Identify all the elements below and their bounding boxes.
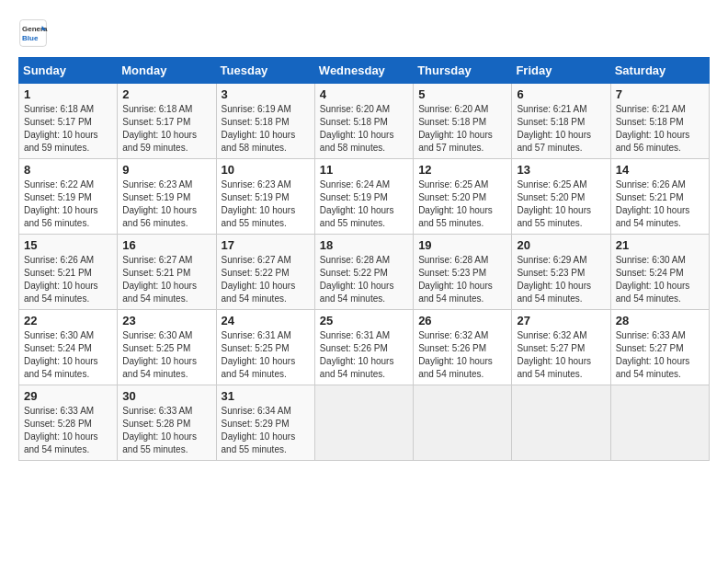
day-number: 12 (418, 163, 506, 177)
day-info: Sunrise: 6:31 AM Sunset: 5:25 PM Dayligh… (222, 329, 310, 381)
day-number: 28 (616, 314, 704, 327)
day-number: 13 (517, 163, 605, 177)
calendar-cell: 23 Sunrise: 6:30 AM Sunset: 5:25 PM Dayl… (118, 310, 216, 385)
day-number: 1 (24, 87, 112, 101)
header: General Blue (18, 18, 710, 48)
day-number: 18 (320, 238, 408, 252)
calendar-week-row: 1 Sunrise: 6:18 AM Sunset: 5:17 PM Dayli… (19, 84, 710, 159)
day-info: Sunrise: 6:25 AM Sunset: 5:20 PM Dayligh… (418, 178, 506, 230)
day-info: Sunrise: 6:21 AM Sunset: 5:18 PM Dayligh… (616, 103, 704, 155)
calendar-cell: 31 Sunrise: 6:34 AM Sunset: 5:29 PM Dayl… (216, 385, 314, 461)
day-number: 5 (418, 87, 506, 101)
day-number: 21 (616, 238, 704, 252)
day-number: 31 (222, 389, 310, 403)
calendar-cell: 8 Sunrise: 6:22 AM Sunset: 5:19 PM Dayli… (19, 159, 118, 235)
calendar-cell: 18 Sunrise: 6:28 AM Sunset: 5:22 PM Dayl… (314, 235, 413, 310)
calendar-cell: 20 Sunrise: 6:29 AM Sunset: 5:23 PM Dayl… (512, 235, 610, 310)
day-number: 19 (418, 238, 506, 252)
weekday-header-thursday: Thursday (414, 58, 512, 84)
weekday-header-tuesday: Tuesday (216, 58, 314, 84)
day-info: Sunrise: 6:19 AM Sunset: 5:18 PM Dayligh… (222, 103, 310, 155)
calendar-week-row: 8 Sunrise: 6:22 AM Sunset: 5:19 PM Dayli… (19, 159, 710, 235)
day-number: 20 (517, 238, 605, 252)
calendar-cell: 14 Sunrise: 6:26 AM Sunset: 5:21 PM Dayl… (610, 159, 709, 235)
day-number: 23 (122, 314, 210, 327)
calendar-week-row: 15 Sunrise: 6:26 AM Sunset: 5:21 PM Dayl… (19, 235, 710, 310)
calendar-cell: 7 Sunrise: 6:21 AM Sunset: 5:18 PM Dayli… (610, 84, 709, 159)
day-info: Sunrise: 6:33 AM Sunset: 5:28 PM Dayligh… (122, 405, 210, 456)
day-info: Sunrise: 6:26 AM Sunset: 5:21 PM Dayligh… (24, 254, 112, 305)
weekday-header-row: SundayMondayTuesdayWednesdayThursdayFrid… (19, 58, 710, 84)
calendar-cell: 12 Sunrise: 6:25 AM Sunset: 5:20 PM Dayl… (414, 159, 512, 235)
calendar-cell (610, 385, 709, 461)
calendar-cell: 17 Sunrise: 6:27 AM Sunset: 5:22 PM Dayl… (216, 235, 314, 310)
calendar-cell: 9 Sunrise: 6:23 AM Sunset: 5:19 PM Dayli… (118, 159, 216, 235)
day-number: 3 (222, 87, 310, 101)
weekday-header-monday: Monday (118, 58, 216, 84)
calendar-cell: 1 Sunrise: 6:18 AM Sunset: 5:17 PM Dayli… (19, 84, 118, 159)
day-info: Sunrise: 6:30 AM Sunset: 5:25 PM Dayligh… (122, 329, 210, 381)
day-info: Sunrise: 6:33 AM Sunset: 5:28 PM Dayligh… (24, 405, 112, 456)
calendar-cell: 19 Sunrise: 6:28 AM Sunset: 5:23 PM Dayl… (414, 235, 512, 310)
calendar-cell: 2 Sunrise: 6:18 AM Sunset: 5:17 PM Dayli… (118, 84, 216, 159)
day-info: Sunrise: 6:29 AM Sunset: 5:23 PM Dayligh… (517, 254, 605, 305)
day-number: 16 (122, 238, 210, 252)
day-info: Sunrise: 6:28 AM Sunset: 5:22 PM Dayligh… (320, 254, 408, 305)
weekday-header-saturday: Saturday (610, 58, 709, 84)
day-info: Sunrise: 6:21 AM Sunset: 5:18 PM Dayligh… (517, 103, 605, 155)
day-number: 14 (616, 163, 704, 177)
day-number: 15 (24, 238, 112, 252)
day-info: Sunrise: 6:23 AM Sunset: 5:19 PM Dayligh… (222, 178, 310, 230)
calendar-table: SundayMondayTuesdayWednesdayThursdayFrid… (18, 57, 710, 461)
day-number: 8 (24, 163, 112, 177)
calendar-cell: 16 Sunrise: 6:27 AM Sunset: 5:21 PM Dayl… (118, 235, 216, 310)
day-info: Sunrise: 6:23 AM Sunset: 5:19 PM Dayligh… (122, 178, 210, 230)
calendar-cell: 13 Sunrise: 6:25 AM Sunset: 5:20 PM Dayl… (512, 159, 610, 235)
calendar-cell: 10 Sunrise: 6:23 AM Sunset: 5:19 PM Dayl… (216, 159, 314, 235)
day-number: 17 (222, 238, 310, 252)
day-number: 4 (320, 87, 408, 101)
day-info: Sunrise: 6:24 AM Sunset: 5:19 PM Dayligh… (320, 178, 408, 230)
day-info: Sunrise: 6:20 AM Sunset: 5:18 PM Dayligh… (320, 103, 408, 155)
day-number: 10 (222, 163, 310, 177)
day-info: Sunrise: 6:27 AM Sunset: 5:21 PM Dayligh… (122, 254, 210, 305)
calendar-cell: 30 Sunrise: 6:33 AM Sunset: 5:28 PM Dayl… (118, 385, 216, 461)
day-info: Sunrise: 6:34 AM Sunset: 5:29 PM Dayligh… (222, 405, 310, 456)
calendar-cell: 26 Sunrise: 6:32 AM Sunset: 5:26 PM Dayl… (414, 310, 512, 385)
calendar-cell: 24 Sunrise: 6:31 AM Sunset: 5:25 PM Dayl… (216, 310, 314, 385)
logo-icon: General Blue (18, 18, 48, 48)
weekday-header-wednesday: Wednesday (314, 58, 413, 84)
day-number: 29 (24, 389, 112, 403)
calendar-cell: 25 Sunrise: 6:31 AM Sunset: 5:26 PM Dayl… (314, 310, 413, 385)
day-info: Sunrise: 6:28 AM Sunset: 5:23 PM Dayligh… (418, 254, 506, 305)
calendar-cell (414, 385, 512, 461)
day-info: Sunrise: 6:31 AM Sunset: 5:26 PM Dayligh… (320, 329, 408, 381)
day-info: Sunrise: 6:32 AM Sunset: 5:27 PM Dayligh… (517, 329, 605, 381)
calendar-cell: 6 Sunrise: 6:21 AM Sunset: 5:18 PM Dayli… (512, 84, 610, 159)
day-number: 26 (418, 314, 506, 327)
day-info: Sunrise: 6:20 AM Sunset: 5:18 PM Dayligh… (418, 103, 506, 155)
day-info: Sunrise: 6:32 AM Sunset: 5:26 PM Dayligh… (418, 329, 506, 381)
day-number: 9 (122, 163, 210, 177)
calendar-cell: 29 Sunrise: 6:33 AM Sunset: 5:28 PM Dayl… (19, 385, 118, 461)
calendar-week-row: 29 Sunrise: 6:33 AM Sunset: 5:28 PM Dayl… (19, 385, 710, 461)
calendar-cell: 27 Sunrise: 6:32 AM Sunset: 5:27 PM Dayl… (512, 310, 610, 385)
calendar-cell: 4 Sunrise: 6:20 AM Sunset: 5:18 PM Dayli… (314, 84, 413, 159)
calendar-cell: 22 Sunrise: 6:30 AM Sunset: 5:24 PM Dayl… (19, 310, 118, 385)
weekday-header-sunday: Sunday (19, 58, 118, 84)
calendar-cell: 21 Sunrise: 6:30 AM Sunset: 5:24 PM Dayl… (610, 235, 709, 310)
calendar-cell (512, 385, 610, 461)
calendar-cell: 11 Sunrise: 6:24 AM Sunset: 5:19 PM Dayl… (314, 159, 413, 235)
day-info: Sunrise: 6:27 AM Sunset: 5:22 PM Dayligh… (222, 254, 310, 305)
day-info: Sunrise: 6:22 AM Sunset: 5:19 PM Dayligh… (24, 178, 112, 230)
logo: General Blue (18, 18, 51, 48)
day-info: Sunrise: 6:26 AM Sunset: 5:21 PM Dayligh… (616, 178, 704, 230)
day-number: 24 (222, 314, 310, 327)
day-number: 7 (616, 87, 704, 101)
weekday-header-friday: Friday (512, 58, 610, 84)
day-number: 11 (320, 163, 408, 177)
day-info: Sunrise: 6:25 AM Sunset: 5:20 PM Dayligh… (517, 178, 605, 230)
svg-text:Blue: Blue (22, 34, 39, 42)
day-info: Sunrise: 6:18 AM Sunset: 5:17 PM Dayligh… (122, 103, 210, 155)
calendar-cell: 28 Sunrise: 6:33 AM Sunset: 5:27 PM Dayl… (610, 310, 709, 385)
